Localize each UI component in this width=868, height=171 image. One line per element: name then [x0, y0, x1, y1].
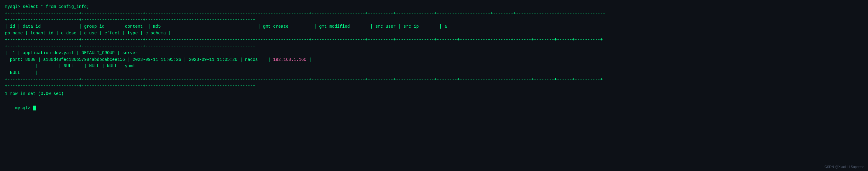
separator-short-1: +----+-----------------------+----------…: [5, 17, 863, 23]
separator-short-2: +----+-----------------------+----------…: [5, 43, 863, 50]
separator-short-3: +----+-----------------------+----------…: [5, 83, 863, 89]
mysql-prompt: mysql>: [15, 106, 33, 110]
data-row-3: | | NULL | NULL | NULL | yaml |: [5, 63, 863, 70]
command-line: mysql> select * from config_info;: [5, 4, 863, 10]
prompt-line[interactable]: mysql>: [5, 98, 863, 118]
header-row: | id | data_id | group_id | content | md…: [5, 23, 863, 30]
separator-line-3: +----+-----------------------+----------…: [5, 76, 863, 83]
terminal-window: mysql> select * from config_info; +----+…: [0, 0, 868, 171]
header-row-2: pp_name | tenant_id | c_desc | c_use | e…: [5, 30, 863, 37]
data-row-2: port: 8080 | a180d48fec136b57984abdbcabc…: [5, 57, 863, 63]
data-row-1: | 1 | application-dev.yaml | DEFAULT_GRO…: [5, 50, 863, 57]
result-line: 1 row in set (0.00 sec): [5, 91, 863, 97]
separator-line-1: +----+-----------------------+----------…: [5, 10, 863, 17]
ip-address: 192.168.1.160: [273, 57, 306, 62]
separator-line-2: +----+-----------------------+----------…: [5, 36, 863, 43]
cursor: [33, 106, 36, 110]
data-row-4: NULL |: [5, 70, 863, 76]
watermark: CSDN @XiaoHH Superme: [825, 165, 864, 169]
